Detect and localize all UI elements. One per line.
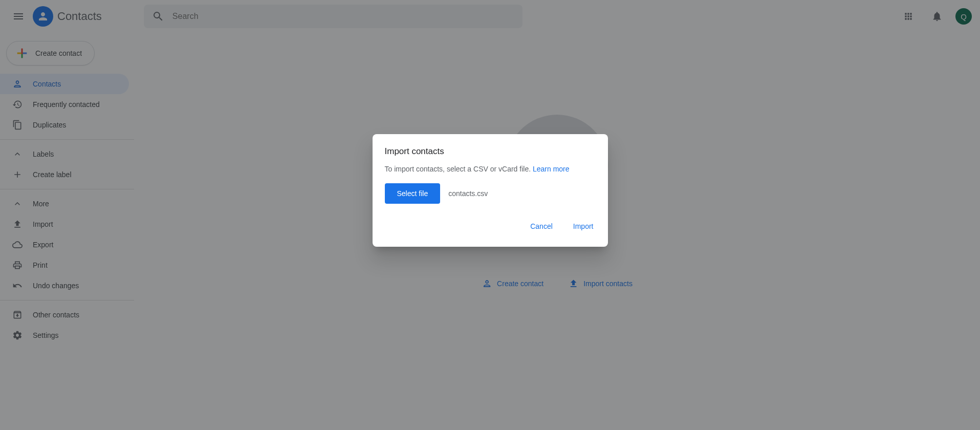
selected-filename: contacts.csv [448, 189, 488, 198]
learn-more-link[interactable]: Learn more [533, 165, 570, 173]
select-file-button[interactable]: Select file [385, 183, 441, 204]
dialog-actions: Cancel Import [385, 218, 596, 234]
import-contacts-dialog: Import contacts To import contacts, sele… [373, 134, 608, 247]
cancel-button[interactable]: Cancel [528, 218, 555, 234]
dialog-title: Import contacts [385, 146, 596, 157]
import-button[interactable]: Import [571, 218, 596, 234]
file-row: Select file contacts.csv [385, 183, 596, 204]
dialog-body: To import contacts, select a CSV or vCar… [385, 165, 596, 173]
dialog-body-text: To import contacts, select a CSV or vCar… [385, 165, 533, 173]
